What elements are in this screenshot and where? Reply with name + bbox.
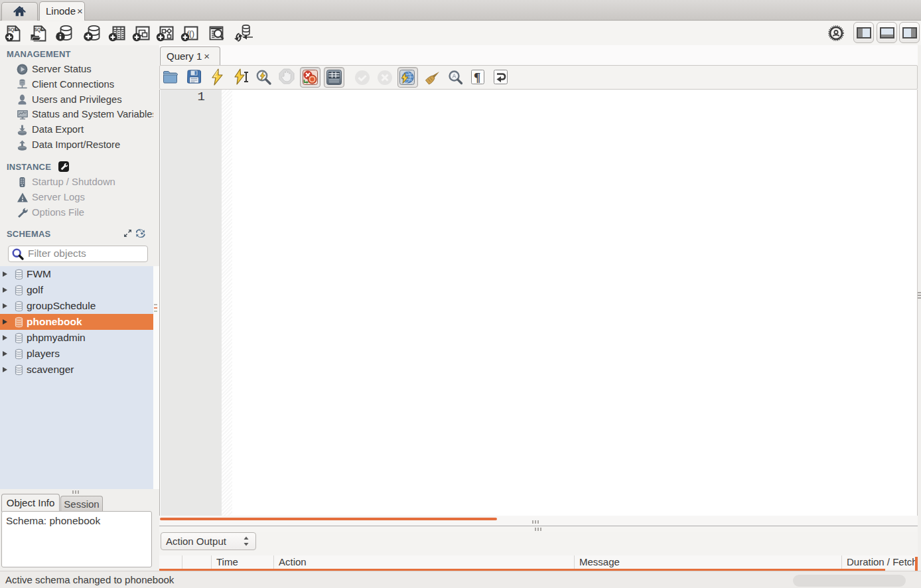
svg-text:¶: ¶ xyxy=(474,70,480,84)
svg-text:(): () xyxy=(189,29,194,38)
svg-text:SQL: SQL xyxy=(8,27,18,33)
svg-text:SQL: SQL xyxy=(35,27,44,33)
